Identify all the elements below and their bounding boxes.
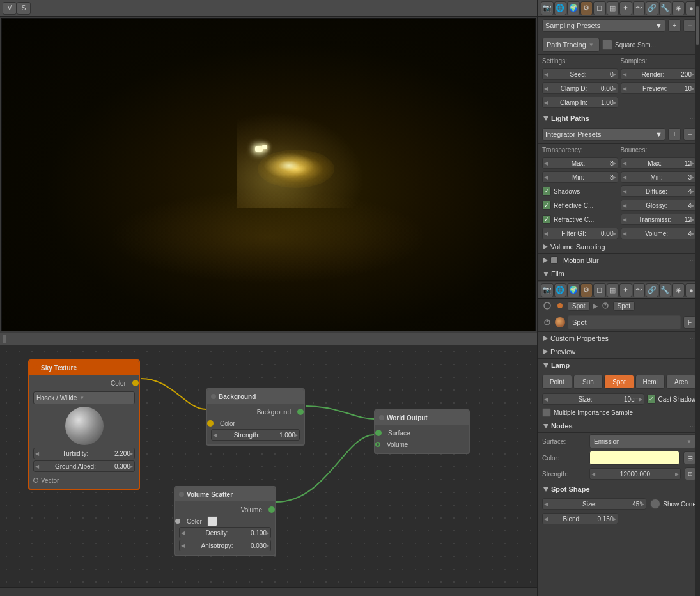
clampd-field[interactable]: ◀ Clamp D: 0.00 ▶	[542, 82, 618, 94]
toolbar-select[interactable]: S	[17, 2, 31, 15]
volume-sampling-section[interactable]: Volume Sampling ⋯	[538, 240, 700, 254]
motion-blur-cb[interactable]	[550, 256, 558, 264]
nodes-section-header[interactable]: Nodes ⋯	[538, 420, 700, 433]
obj-icon-btn[interactable]: ◻	[593, 1, 606, 15]
lamp-tab-sun[interactable]: Sun	[573, 375, 603, 389]
phys-icon-btn[interactable]: 〜	[633, 1, 646, 15]
color-socket[interactable]	[175, 519, 180, 524]
scene-icon-btn[interactable]: 🌐	[554, 1, 567, 15]
s-data-btn[interactable]: ◈	[672, 283, 685, 297]
ground-albed-field[interactable]: ◀ Ground Albed: 0.300 ▶	[33, 460, 135, 472]
multiple-importance-cb[interactable]	[542, 408, 551, 417]
sampling-presets-select[interactable]: Sampling Presets ▼	[542, 19, 665, 32]
part-icon-btn[interactable]: ✦	[619, 1, 632, 15]
transmission-field[interactable]: ◀ Transmissi: 12 ▶	[621, 214, 697, 225]
add-integrator-btn[interactable]: +	[668, 128, 681, 141]
volume-field[interactable]: ◀ Volume: 4 ▶	[621, 228, 697, 239]
constr-icon-btn[interactable]: 🔗	[646, 1, 658, 15]
nav-spot-label-2[interactable]: Spot	[613, 301, 635, 311]
bottom-scrollbar[interactable]	[0, 587, 537, 596]
blend-field[interactable]: ◀ Blend: 0.150 ▶	[542, 513, 618, 524]
film-section[interactable]: Film	[538, 267, 700, 281]
turbidity-field[interactable]: ◀ Turbidity: 2.200 ▶	[33, 448, 135, 459]
scrollbar-thumb[interactable]	[696, 6, 699, 45]
s-active-btn[interactable]: ⚙	[580, 283, 593, 297]
diffuse-field[interactable]: ◀ Diffuse: 4 ▶	[621, 185, 697, 197]
remove-preset-btn[interactable]: −	[683, 19, 696, 32]
node-editor[interactable]: Sky Texture Color Hosek / Wilkie ▼ ◀	[0, 345, 537, 587]
nav-spot-label-1[interactable]: Spot	[568, 301, 590, 311]
s-obj-btn[interactable]: ◻	[593, 283, 606, 297]
vector-socket[interactable]	[33, 478, 38, 483]
lamp-tab-area[interactable]: Area	[666, 375, 696, 389]
refractive-cb[interactable]: ✓	[542, 215, 551, 224]
s-part-btn[interactable]: ✦	[619, 283, 632, 297]
preview-field[interactable]: ◀ Preview: 10 ▶	[621, 82, 697, 94]
tex-icon-btn[interactable]: ▦	[607, 1, 619, 15]
min-trans-field[interactable]: ◀ Min: 8 ▶	[542, 171, 618, 183]
s-scene-btn[interactable]: 🌐	[554, 283, 567, 297]
anisotropy-field[interactable]: ◀ Anisotropy: 0.030 ▶	[179, 540, 271, 551]
min-bounce-field[interactable]: ◀ Min: 3 ▶	[621, 171, 697, 183]
s-mod-btn[interactable]: 🔧	[659, 283, 672, 297]
show-cone-cb[interactable]	[650, 499, 660, 509]
spot-shape-header[interactable]: Spot Shape	[538, 483, 700, 496]
glossy-field[interactable]: ◀ Glossy: 4 ▶	[621, 200, 697, 211]
shadows-cb[interactable]: ✓	[542, 187, 551, 196]
lamp-tab-spot[interactable]: Spot	[604, 375, 634, 389]
surface-value-select[interactable]: Emission ▼	[589, 434, 696, 448]
max-bounce-field[interactable]: ◀ Max: 12 ▶	[621, 157, 697, 169]
s-tex-btn[interactable]: ▦	[607, 283, 619, 297]
s-world-btn[interactable]: 🌍	[567, 283, 580, 297]
custom-properties-section[interactable]: Custom Properties ⋯	[538, 332, 700, 345]
square-samples-check[interactable]	[602, 40, 612, 50]
world-output-node[interactable]: World Output Surface Volume	[374, 409, 470, 454]
f-key-btn[interactable]: F	[683, 316, 696, 329]
color-swatch-node[interactable]	[207, 516, 217, 526]
lamp-tab-hemi[interactable]: Hemi	[635, 375, 665, 389]
lamp-tab-point[interactable]: Point	[542, 375, 572, 389]
strength-field[interactable]: ◀ Strength: 1.000 ▶	[211, 429, 300, 441]
sky-type-dropdown[interactable]: Hosek / Wilkie ▼	[33, 391, 135, 404]
background-output-socket[interactable]	[297, 409, 304, 415]
s-constr-btn[interactable]: 🔗	[646, 283, 658, 297]
background-node[interactable]: Background Background Color ◀ Streng	[206, 388, 305, 446]
viewport[interactable]	[1, 18, 536, 331]
seed-field[interactable]: ◀ Seed: 0 ▶	[542, 68, 618, 80]
color-input-socket[interactable]	[207, 420, 214, 427]
s-cam-btn[interactable]: 📷	[541, 283, 554, 297]
light-paths-header[interactable]: Light Paths ⋯	[538, 112, 700, 125]
toolbar-view[interactable]: V	[3, 2, 17, 15]
sky-texture-node[interactable]: Sky Texture Color Hosek / Wilkie ▼ ◀	[28, 359, 140, 490]
max-trans-field[interactable]: ◀ Max: 8 ▶	[542, 157, 618, 169]
integrator-presets-select[interactable]: Integrator Presets ▼	[542, 128, 665, 141]
right-scrollbar[interactable]	[695, 0, 700, 596]
preview-section[interactable]: Preview ⋯	[538, 345, 700, 359]
remove-integrator-btn[interactable]: −	[683, 128, 696, 141]
color-swatch[interactable]	[589, 451, 680, 465]
cast-shadow-cb[interactable]: ✓	[647, 395, 656, 404]
strength-prop-field[interactable]: ◀ 12000.000 ▶	[589, 468, 681, 480]
s-phys-btn[interactable]: 〜	[633, 283, 646, 297]
color-output-socket[interactable]	[132, 380, 139, 386]
lamp-size-field[interactable]: ◀ Size: 10cm ▶	[542, 393, 644, 405]
add-preset-btn[interactable]: +	[668, 19, 681, 32]
volume-output-socket[interactable]	[268, 506, 275, 513]
render-icon-btn[interactable]: 📷	[541, 1, 554, 15]
render-field[interactable]: ◀ Render: 200 ▶	[621, 68, 697, 80]
clampin-field[interactable]: ◀ Clamp In: 1.00 ▶	[542, 97, 618, 108]
reflective-cb[interactable]: ✓	[542, 201, 551, 210]
spot-size-field[interactable]: ◀ Size: 45° ▶	[542, 498, 646, 510]
path-tracing-select[interactable]: Path Tracing ▼	[542, 38, 600, 52]
volume-scatter-node[interactable]: Volume Scatter Volume Color ◀	[174, 486, 276, 556]
volume-socket[interactable]	[375, 442, 380, 447]
color-swatch-btn[interactable]: ⊞	[683, 451, 696, 464]
spot-name-input[interactable]	[568, 315, 681, 329]
filter-gi-field[interactable]: ◀ Filter GI: 0.00 ▶	[542, 228, 618, 239]
active-icon-btn[interactable]: ⚙	[580, 1, 593, 15]
motion-blur-section[interactable]: Motion Blur ⋯	[538, 254, 700, 267]
lamp-section-header[interactable]: Lamp	[538, 359, 700, 372]
density-field[interactable]: ◀ Density: 0.100 ▶	[179, 527, 271, 538]
mod-icon-btn[interactable]: 🔧	[659, 1, 672, 15]
world-icon-btn[interactable]: 🌍	[567, 1, 580, 15]
